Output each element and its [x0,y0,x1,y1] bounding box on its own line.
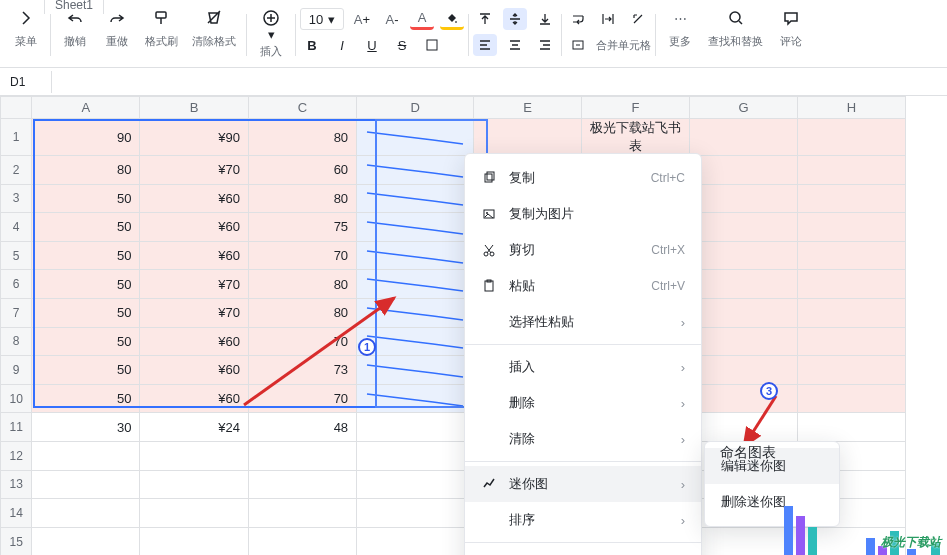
cell[interactable]: 50 [32,241,140,270]
cell[interactable]: 70 [248,384,356,413]
comment-button[interactable] [777,4,805,32]
row-header[interactable]: 13 [1,470,32,499]
cell[interactable] [140,470,249,499]
context-menu-sort[interactable]: 排序› [465,502,701,538]
cell[interactable] [32,527,140,555]
cell[interactable] [798,270,906,299]
row-header[interactable]: 5 [1,241,32,270]
cell[interactable]: ¥70 [140,156,249,185]
cell[interactable]: 50 [32,270,140,299]
cell[interactable]: ¥60 [140,384,249,413]
column-header[interactable]: B [140,97,249,119]
font-size-decrease-button[interactable]: A- [380,8,404,30]
cell[interactable] [690,384,798,413]
context-menu-copy-image[interactable]: 复制为图片 [465,196,701,232]
context-menu-copy[interactable]: 复制Ctrl+C [465,160,701,196]
cell[interactable]: 70 [248,327,356,356]
cell[interactable]: 75 [248,213,356,242]
context-menu-clear[interactable]: 清除› [465,421,701,457]
format-painter-button[interactable] [148,4,176,32]
insert-button[interactable]: ▾ [257,4,285,42]
row-header[interactable]: 7 [1,298,32,327]
column-header[interactable]: C [248,97,356,119]
sparkline-cell[interactable] [357,270,474,299]
row-header[interactable]: 1 [1,119,32,156]
cell[interactable] [140,499,249,528]
font-size-select[interactable]: 10▾ [300,8,344,30]
cell[interactable] [690,327,798,356]
cell[interactable]: 70 [248,241,356,270]
context-menu-cut[interactable]: 剪切Ctrl+X [465,232,701,268]
cell[interactable] [248,470,356,499]
context-menu-paste[interactable]: 粘贴Ctrl+V [465,268,701,304]
cell[interactable] [357,441,474,470]
clear-format-button[interactable] [200,4,228,32]
cell[interactable] [690,184,798,213]
sparkline-cell[interactable] [357,213,474,242]
row-header[interactable]: 6 [1,270,32,299]
cell[interactable] [690,356,798,385]
align-left-button[interactable] [473,34,497,56]
column-header[interactable]: E [474,97,582,119]
cell[interactable] [32,441,140,470]
sparkline-cell[interactable] [357,241,474,270]
cell[interactable]: ¥60 [140,213,249,242]
column-header[interactable]: G [690,97,798,119]
row-header[interactable]: 10 [1,384,32,413]
row-header[interactable]: 9 [1,356,32,385]
cell[interactable]: 50 [32,184,140,213]
cell[interactable] [474,119,582,156]
wrap-button[interactable] [566,8,590,30]
cell[interactable] [798,327,906,356]
cell[interactable] [248,527,356,555]
cell[interactable] [690,241,798,270]
menu-button[interactable] [12,4,40,32]
column-header[interactable]: F [581,97,689,119]
column-header[interactable]: A [32,97,140,119]
cell[interactable]: ¥70 [140,298,249,327]
row-header[interactable]: 2 [1,156,32,185]
column-header[interactable]: D [357,97,474,119]
cell[interactable] [798,213,906,242]
cell[interactable] [140,527,249,555]
cell[interactable] [248,441,356,470]
cell[interactable]: 50 [32,356,140,385]
sheet-tab[interactable]: Sheet1 [44,0,104,14]
sparkline-cell[interactable] [357,384,474,413]
align-center-button[interactable] [503,34,527,56]
sparkline-cell[interactable] [357,119,474,156]
cell[interactable]: 90 [32,119,140,156]
underline-button[interactable]: U [360,34,384,56]
cell[interactable] [690,213,798,242]
cell[interactable] [357,499,474,528]
cell[interactable]: 50 [32,213,140,242]
sparkline-cell[interactable] [357,184,474,213]
cell[interactable] [798,413,906,442]
name-box[interactable]: D1 [4,71,52,93]
cell[interactable] [357,527,474,555]
strikethrough-button[interactable]: S [390,34,414,56]
cell[interactable]: ¥60 [140,184,249,213]
cell[interactable]: 80 [248,184,356,213]
border-button[interactable] [420,34,444,56]
cell[interactable] [798,119,906,156]
fill-color-button[interactable] [440,8,464,30]
more-button[interactable]: ⋯ [666,4,694,32]
cell[interactable] [798,298,906,327]
bold-button[interactable]: B [300,34,324,56]
cell[interactable]: 50 [32,327,140,356]
sparkline-cell[interactable] [357,327,474,356]
cell[interactable] [32,470,140,499]
context-menu-numfmt[interactable]: 设置单元格数字格式 [465,547,701,555]
row-header[interactable]: 14 [1,499,32,528]
spreadsheet-grid[interactable]: ABCDEFGH190¥9080极光下载站飞书表280¥7060350¥6080… [0,96,947,555]
cell[interactable]: ¥60 [140,241,249,270]
cell[interactable] [690,119,798,156]
context-menu-paste-special[interactable]: 选择性粘贴› [465,304,701,340]
cell[interactable]: 80 [248,119,356,156]
cell[interactable]: ¥24 [140,413,249,442]
merge-cells-button[interactable] [566,34,590,56]
context-menu-insert[interactable]: 插入› [465,349,701,385]
cell[interactable]: 73 [248,356,356,385]
cell[interactable] [798,241,906,270]
